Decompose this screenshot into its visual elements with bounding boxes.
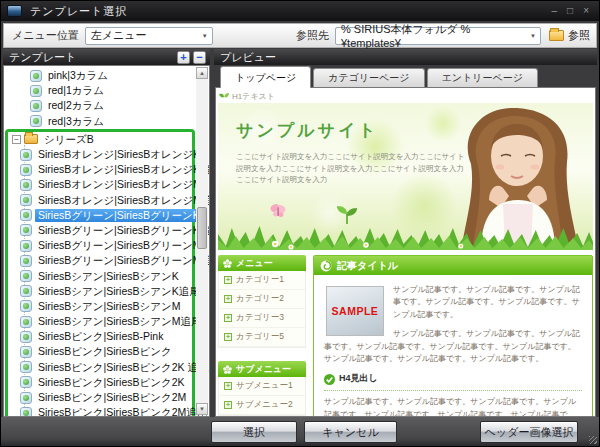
tree-folder-series-b[interactable]: − シリーズB [8, 132, 192, 147]
series-b-highlight-group: − シリーズB SiriesBオレンジ|SiriesBオレンジK SiriesB… [5, 129, 195, 417]
template-icon [20, 376, 32, 388]
folder-label: シリーズB [41, 133, 97, 146]
template-icon [20, 164, 32, 176]
resize-grip[interactable] [589, 436, 597, 444]
template-icon [20, 255, 32, 267]
submenu-link[interactable]: + サブメニュー2 [219, 396, 305, 415]
template-icon [20, 300, 32, 312]
menu-header-label: メニュー [236, 257, 273, 270]
template-icon [20, 316, 32, 328]
tree-item[interactable]: red|3カラム [4, 114, 196, 129]
tree-item[interactable]: red|1カラム [4, 83, 196, 98]
chevron-down-icon: ▼ [198, 33, 212, 39]
reference-path-select[interactable]: % SIRIUS本体フォルダ %¥templates¥ ▼ [335, 27, 541, 45]
preview-tab[interactable]: カテゴリーページ [313, 68, 424, 87]
site-title: サンプルサイト [236, 119, 379, 142]
check-icon [324, 374, 335, 385]
butterfly-icon [270, 204, 286, 218]
tree-item[interactable]: SiriesBピンク|SiriesBピンク2K [8, 375, 192, 390]
menu-header: メニュー [218, 255, 306, 271]
maximize-icon[interactable]: □ [567, 5, 573, 17]
reference-path-value: % SIRIUS本体フォルダ %¥templates¥ [341, 22, 526, 49]
tree-item[interactable]: SiriesBシアン|SiriesBシアンK追尾 [8, 284, 192, 299]
browse-button[interactable]: 参照 [568, 28, 596, 43]
scrollbar-thumb[interactable] [197, 207, 207, 249]
collapse-all-icon[interactable]: − [193, 51, 206, 64]
header-image-select-button[interactable]: ヘッダー画像選択 [480, 421, 578, 443]
tree-item[interactable]: SiriesBピンク|SiriesBピンク2K 追尾 [8, 360, 192, 375]
article-title: 記事タイトル [337, 259, 398, 273]
tree-item[interactable]: SiriesBピンク|SiriesBピンク [8, 344, 192, 359]
titlebar[interactable]: テンプレート選択 – □ × [1, 1, 599, 21]
preview-tab[interactable]: トップページ [220, 66, 311, 88]
site-columns: メニュー + カテゴリー1 + カテゴリー2 + [218, 255, 593, 416]
cancel-button[interactable]: キャンセル [304, 421, 397, 443]
tree-item[interactable]: SiriesBグリーン|SiriesBグリーンK追尾 [8, 223, 192, 238]
tree-item[interactable]: red|2カラム [4, 98, 196, 113]
tree-item[interactable]: SiriesBオレンジ|SiriesBオレンジK追尾 [8, 162, 192, 177]
template-panel-title: テンプレート [9, 50, 76, 65]
h4-heading-row: H4見出し [324, 372, 582, 391]
article-paragraph: サンプル記事です。サンプル記事です。サンプル記事です。サンプル記事です。サンプル… [324, 396, 582, 416]
tree-item[interactable]: SiriesBグリーン|SiriesBグリーンK [8, 208, 192, 223]
tree-item[interactable]: SiriesBピンク|SiriesBピンク2M [8, 390, 192, 405]
category-link[interactable]: + カテゴリー2 [219, 290, 305, 309]
select-button[interactable]: 選択 [211, 421, 297, 443]
footer-bar: 選択 キャンセル ヘッダー画像選択 [1, 417, 599, 446]
plus-icon: + [224, 276, 232, 284]
template-icon [20, 194, 32, 206]
template-icon [20, 209, 32, 221]
tree-item[interactable]: SiriesBオレンジ|SiriesBオレンジM追尾 [8, 193, 192, 208]
menu-position-value: 左メニュー [91, 28, 147, 43]
tree-item[interactable]: SiriesBピンク|SiriesB-Pink [8, 329, 192, 344]
plus-icon: + [224, 314, 232, 322]
window-controls: – □ × [552, 5, 599, 17]
tree-item[interactable]: SiriesBシアン|SiriesBシアンM追尾 [8, 314, 192, 329]
collapse-toggle-icon[interactable]: − [12, 135, 21, 144]
close-icon[interactable]: × [583, 5, 589, 17]
template-icon [20, 361, 32, 373]
submenu-link[interactable]: + サブメニュー1 [219, 377, 305, 396]
window-title: テンプレート選択 [30, 4, 127, 19]
template-panel-header: テンプレート + − [3, 49, 210, 65]
template-icon [30, 85, 42, 97]
plus-icon: + [224, 295, 232, 303]
template-icon [20, 331, 32, 343]
expand-all-icon[interactable]: + [177, 51, 190, 64]
template-icon [20, 240, 32, 252]
swirl-ball-icon [320, 260, 332, 272]
grass-decoration [218, 220, 593, 250]
tree-item[interactable]: SiriesBシアン|SiriesBシアンK [8, 268, 192, 283]
tree-item[interactable]: SiriesBオレンジ|SiriesBオレンジM [8, 177, 192, 192]
leaf-icon [219, 93, 229, 101]
preview-tab[interactable]: エントリーページ [427, 68, 538, 87]
app-icon [7, 5, 22, 17]
submenu-list: + サブメニュー1 + サブメニュー2 [218, 377, 306, 416]
template-icon [20, 179, 32, 191]
tree-item[interactable]: pink|3カラム [4, 68, 196, 83]
category-list: + カテゴリー1 + カテゴリー2 + カテゴリー3 + [218, 271, 306, 348]
category-link[interactable]: + カテゴリー3 [219, 309, 305, 328]
template-icon [20, 346, 32, 358]
folder-icon [549, 30, 564, 41]
category-link[interactable]: + カテゴリー1 [219, 271, 305, 290]
reference-group: 参照先 % SIRIUS本体フォルダ %¥templates¥ ▼ 参照 [288, 27, 596, 45]
template-icon [20, 392, 32, 404]
tree-item[interactable]: SiriesBシアン|SiriesBシアンM [8, 299, 192, 314]
sprout-icon [336, 206, 358, 224]
tree-item[interactable]: SiriesBピンク|SiriesBピンク2M追尾 [8, 405, 192, 417]
minimize-icon[interactable]: – [552, 5, 558, 17]
scroll-down-icon[interactable]: ▼ [196, 403, 208, 415]
template-icon [30, 115, 42, 127]
tree-scrollbar[interactable]: ▲ ▼ [196, 67, 208, 415]
template-icon [30, 100, 42, 112]
category-link[interactable]: + カテゴリー5 [219, 328, 305, 347]
template-tree: pink|3カラム red|1カラム red|2カラム red|3カラム − [4, 67, 196, 416]
reference-label: 参照先 [288, 28, 335, 43]
scroll-up-icon[interactable]: ▲ [196, 67, 208, 79]
site-sidebar: メニュー + カテゴリー1 + カテゴリー2 + [218, 255, 306, 416]
tree-item[interactable]: SiriesBグリーン|SiriesBグリーンM [8, 238, 192, 253]
menu-position-select[interactable]: 左メニュー ▼ [85, 27, 213, 45]
tree-item[interactable]: SiriesBグリーン|SiriesBグリーンM追尾 [8, 253, 192, 268]
tree-item[interactable]: SiriesBオレンジ|SiriesBオレンジK [8, 147, 192, 162]
